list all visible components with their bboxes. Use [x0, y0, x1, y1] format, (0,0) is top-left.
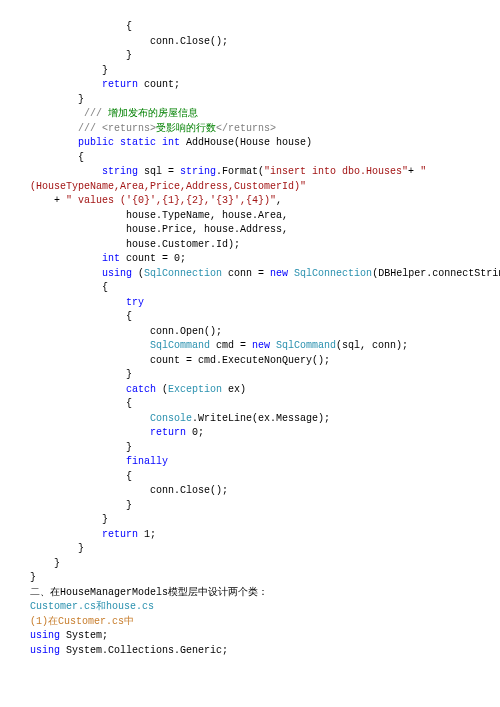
code-token: catch [126, 384, 156, 395]
code-token: { [126, 21, 132, 32]
code-line: Customer.cs和house.cs [30, 600, 470, 615]
code-token: .Format( [216, 166, 264, 177]
code-token: using [30, 630, 60, 641]
code-line: } [30, 542, 470, 557]
code-line: } [30, 368, 470, 383]
code-token: new [252, 340, 270, 351]
code-line: Console.WriteLine(ex.Message); [30, 412, 470, 427]
code-token: using [30, 645, 60, 656]
code-token: </returns> [216, 123, 276, 134]
code-line: (1)在Customer.cs中 [30, 615, 470, 630]
code-line: } [30, 64, 470, 79]
code-line: } [30, 441, 470, 456]
code-token: (sql, conn); [336, 340, 408, 351]
code-token: } [78, 543, 84, 554]
code-line: { [30, 281, 470, 296]
code-token: count = 0; [120, 253, 186, 264]
code-token: } [126, 442, 132, 453]
code-token: Customer.cs和house.cs [30, 601, 154, 612]
code-token: 0; [186, 427, 204, 438]
code-line: return count; [30, 78, 470, 93]
code-token: /// [78, 108, 108, 119]
code-token: new [270, 268, 288, 279]
code-token: } [126, 50, 132, 61]
code-token: 1; [138, 529, 156, 540]
code-line: conn.Close(); [30, 35, 470, 50]
code-token: count = cmd.ExecuteNonQuery(); [150, 355, 330, 366]
code-token: System; [60, 630, 108, 641]
code-token: } [30, 572, 36, 583]
code-token: house.TypeName, house.Area, [126, 210, 288, 221]
code-token: { [78, 152, 84, 163]
code-token: return [150, 427, 186, 438]
code-token: return [102, 529, 138, 540]
code-line: SqlCommand cmd = new SqlCommand(sql, con… [30, 339, 470, 354]
code-line: } [30, 571, 470, 586]
code-line: public static int AddHouse(House house) [30, 136, 470, 151]
code-token: " [420, 166, 426, 177]
code-line: house.TypeName, house.Area, [30, 209, 470, 224]
code-token: conn.Close(); [150, 36, 228, 47]
code-token: using [102, 268, 132, 279]
code-token: { [126, 398, 132, 409]
code-line: { [30, 310, 470, 325]
code-token: } [102, 65, 108, 76]
code-token: , [276, 195, 282, 206]
code-token: int [102, 253, 120, 264]
code-token: } [54, 558, 60, 569]
code-line: { [30, 151, 470, 166]
code-token: AddHouse(House house) [180, 137, 312, 148]
code-token: string [102, 166, 138, 177]
code-line: } [30, 93, 470, 108]
code-line: count = cmd.ExecuteNonQuery(); [30, 354, 470, 369]
code-token: SqlCommand [150, 340, 210, 351]
code-token: sql = [138, 166, 180, 177]
code-token: SqlCommand [276, 340, 336, 351]
code-token: SqlConnection [144, 268, 222, 279]
code-line: { [30, 397, 470, 412]
code-line: 二、在HouseManagerModels模型层中设计两个类： [30, 586, 470, 601]
code-token: "insert into dbo.Houses" [264, 166, 408, 177]
code-line: } [30, 499, 470, 514]
code-token: conn = [222, 268, 270, 279]
code-token: } [126, 369, 132, 380]
code-token: conn.Close(); [150, 485, 228, 496]
code-token: System.Collections.Generic; [60, 645, 228, 656]
code-line: } [30, 513, 470, 528]
code-token: { [126, 471, 132, 482]
code-token: int [162, 137, 180, 148]
code-token: 增加发布的房屋信息 [108, 108, 198, 119]
code-token: finally [126, 456, 168, 467]
code-token: <returns> [102, 123, 156, 134]
code-token: } [126, 500, 132, 511]
code-token: ( [132, 268, 144, 279]
code-token: + [408, 166, 420, 177]
code-token: 受影响的行数 [156, 123, 216, 134]
code-token: (HouseTypeName,Area,Price,Address,Custom… [30, 181, 306, 192]
code-line: return 1; [30, 528, 470, 543]
code-token: static [120, 137, 156, 148]
code-token: Exception [168, 384, 222, 395]
code-token: Console [150, 413, 192, 424]
code-token: 二、在HouseManagerModels模型层中设计两个类： [30, 587, 268, 598]
code-line: using System; [30, 629, 470, 644]
code-token: SqlConnection [294, 268, 372, 279]
code-line: finally [30, 455, 470, 470]
code-token: (DBHelper.connectString)) [372, 268, 500, 279]
code-token: string [180, 166, 216, 177]
code-token: return [102, 79, 138, 90]
code-token: cmd = [210, 340, 252, 351]
code-token: } [102, 514, 108, 525]
code-line: } [30, 49, 470, 64]
code-token: + [54, 195, 66, 206]
code-token: (1)在Customer.cs中 [30, 616, 134, 627]
code-token: " values ('{0}',{1},{2},'{3}',{4})" [66, 195, 276, 206]
code-token: { [102, 282, 108, 293]
code-token: ex) [222, 384, 246, 395]
code-token: count; [138, 79, 180, 90]
code-token: } [78, 94, 84, 105]
code-line: /// <returns>受影响的行数</returns> [30, 122, 470, 137]
code-token: { [126, 311, 132, 322]
code-token: ( [156, 384, 168, 395]
code-token: try [126, 297, 144, 308]
